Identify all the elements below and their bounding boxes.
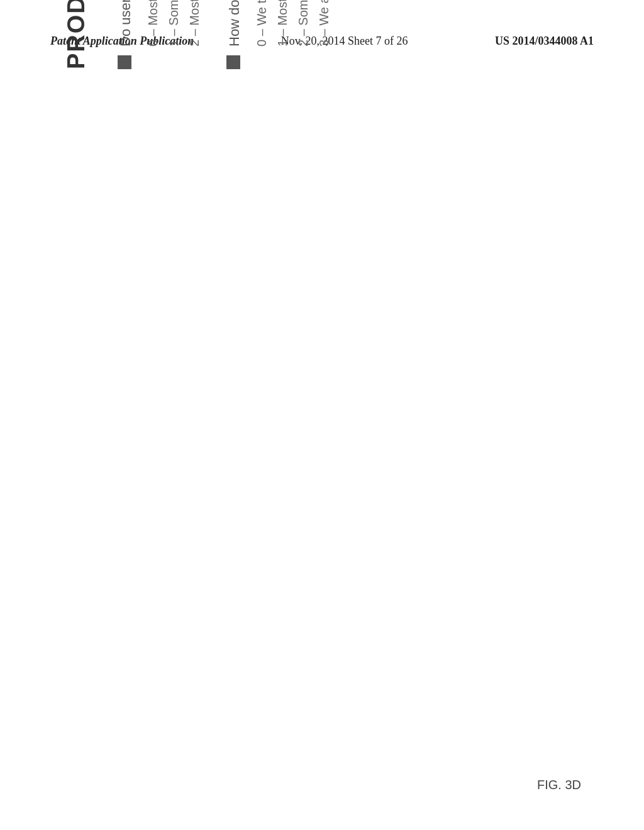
question-2-title: How do you believe your workforce produc… [224,0,245,69]
bullet-icon-1 [118,55,131,69]
answer-2-2: 2 – Some competitors have higher workfor… [296,0,311,47]
answer-1-0: 0 – Most users are dissatisfied with the… [146,0,160,47]
answer-1-2: 2 – Most users are satisfied with the ca… [187,0,202,47]
question-2-text: How do you believe your workforce produc… [224,0,245,47]
answer-1-1: 1 – Some users are dissatisfied with the… [167,0,181,47]
content-rotated: PRODUCTIVITY Do users believe they have … [50,0,616,94]
figure-label: FIG. 3D [537,778,581,792]
answer-list-1: 0 – Most users are dissatisfied with the… [146,0,202,47]
question-block-2: How do you believe your workforce produc… [224,0,331,69]
section-title: PRODUCTIVITY [63,0,90,69]
question-1-title: Do users believe they have the right too… [115,0,136,69]
answer-2-1: 1 – Most competitors have higher workfor… [275,0,290,47]
bullet-icon-2 [226,55,240,69]
answer-list-2: 0 – We trail the market 1 – Most competi… [255,0,331,47]
question-1-text: Do users believe they have the right too… [115,0,136,47]
question-block-1: Do users believe they have the right too… [115,0,202,69]
answer-2-3: 3 – We are best in class [317,0,331,47]
answer-2-0: 0 – We trail the market [255,0,269,47]
